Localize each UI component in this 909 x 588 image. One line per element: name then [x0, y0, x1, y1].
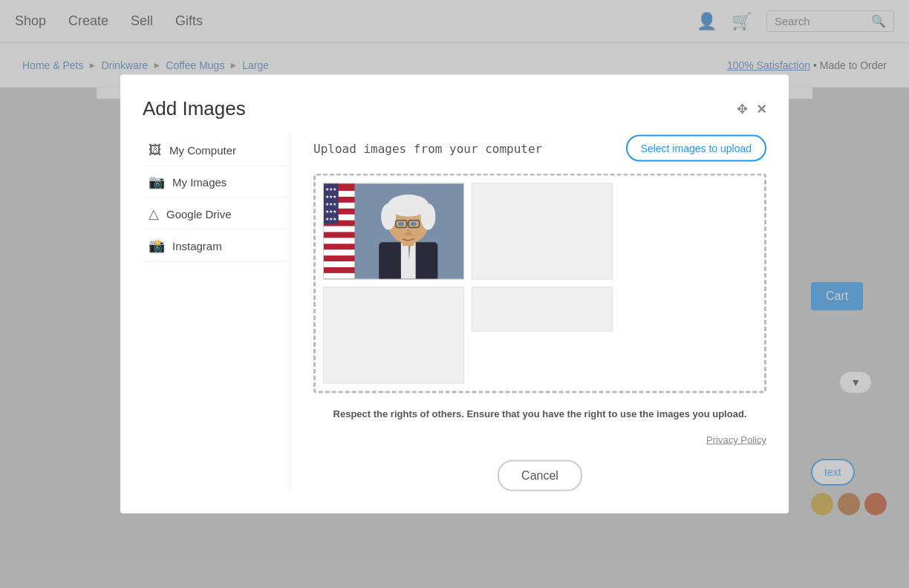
svg-rect-5 [324, 226, 355, 232]
expand-button[interactable]: ✥ [737, 100, 748, 117]
svg-point-23 [421, 203, 436, 230]
svg-point-28 [411, 222, 417, 226]
sidebar-label-my-computer: My Computer [169, 144, 236, 157]
images-icon: 📷 [149, 174, 165, 190]
upload-header: Upload images from your computer Select … [313, 135, 766, 162]
sidebar-item-google-drive[interactable]: △ Google Drive [143, 198, 290, 230]
upload-title: Upload images from your computer [313, 141, 542, 155]
add-images-modal: Add Images ✥ × 🖼 My Computer 📷 My Images… [120, 75, 789, 514]
svg-text:★★★: ★★★ [325, 209, 336, 214]
notice-text: Respect the rights of others. Ensure tha… [313, 408, 766, 419]
modal-controls: ✥ × [737, 99, 766, 118]
drop-zone[interactable]: ★★★ ★★★ ★★★ ★★★ ★★★ [313, 174, 766, 393]
svg-text:★★★: ★★★ [325, 187, 336, 192]
sidebar-item-my-images[interactable]: 📷 My Images [143, 166, 290, 198]
instagram-icon: 📸 [149, 238, 165, 254]
uploaded-image-1: ★★★ ★★★ ★★★ ★★★ ★★★ [323, 183, 464, 280]
placeholder-box-3 [472, 287, 613, 332]
svg-text:★★★: ★★★ [325, 202, 336, 206]
cancel-button[interactable]: Cancel [498, 460, 582, 491]
modal-sidebar: 🖼 My Computer 📷 My Images △ Google Drive… [143, 135, 291, 491]
svg-rect-7 [324, 249, 355, 255]
modal-upload-content: Upload images from your computer Select … [306, 135, 766, 491]
svg-text:★★★: ★★★ [325, 217, 336, 221]
svg-point-27 [398, 222, 404, 226]
privacy-policy-link[interactable]: Privacy Policy [313, 434, 766, 445]
svg-rect-17 [401, 242, 416, 279]
placeholder-box-1 [472, 183, 613, 280]
sidebar-item-my-computer[interactable]: 🖼 My Computer [143, 135, 290, 166]
computer-icon: 🖼 [149, 143, 162, 158]
svg-rect-8 [324, 261, 355, 267]
modal-title: Add Images [143, 97, 246, 120]
sidebar-label-google-drive: Google Drive [166, 207, 232, 220]
sidebar-item-instagram[interactable]: 📸 Instagram [143, 230, 290, 262]
svg-point-22 [381, 203, 396, 230]
select-images-button[interactable]: Select images to upload [626, 135, 766, 162]
svg-text:★★★: ★★★ [325, 195, 336, 199]
google-drive-icon: △ [149, 206, 159, 222]
svg-rect-9 [324, 273, 355, 279]
modal-header: Add Images ✥ × [143, 97, 766, 120]
placeholder-box-2 [323, 287, 464, 384]
sidebar-label-my-images: My Images [172, 175, 227, 188]
sidebar-label-instagram: Instagram [172, 239, 222, 252]
svg-rect-6 [324, 238, 355, 244]
modal-body: 🖼 My Computer 📷 My Images △ Google Drive… [143, 135, 766, 491]
close-button[interactable]: × [757, 99, 766, 118]
person-photo-svg: ★★★ ★★★ ★★★ ★★★ ★★★ [324, 183, 463, 280]
